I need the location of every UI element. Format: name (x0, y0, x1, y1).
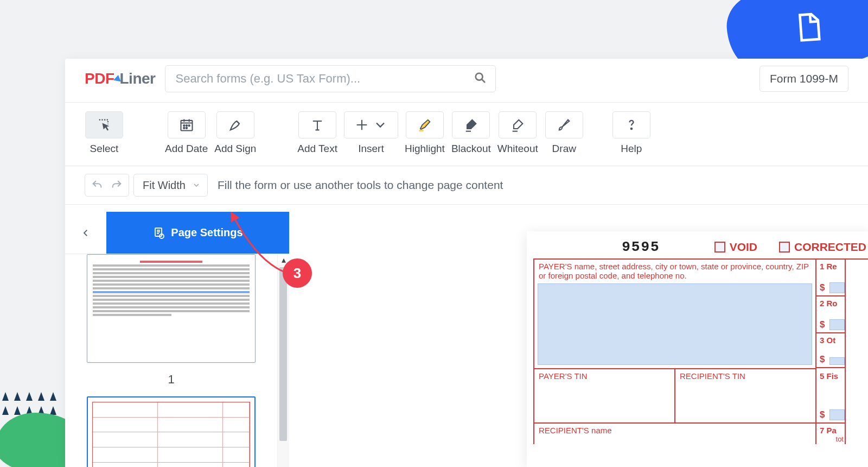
add-sign-label: Add Sign (214, 143, 256, 155)
svg-point-5 (183, 128, 184, 129)
scroll-track[interactable] (278, 265, 289, 467)
add-text-button[interactable] (298, 111, 336, 138)
whiteout-button[interactable] (499, 111, 537, 138)
mini-form-preview (92, 402, 250, 467)
form-grid: PAYER'S name, street address, city or to… (533, 258, 868, 444)
form-header-row: 9595 VOID CORRECTED (533, 239, 868, 258)
box-5-label: 5 Fis (820, 371, 838, 381)
undo-redo-group (85, 174, 124, 197)
box-2-label: 2 Ro (820, 299, 838, 308)
add-text-label: Add Text (297, 143, 337, 155)
svg-point-7 (631, 128, 632, 129)
search-input[interactable] (165, 65, 496, 92)
add-date-button[interactable] (168, 111, 206, 138)
plus-icon (354, 117, 369, 132)
box-1-label: 1 Re (820, 262, 837, 271)
recipient-tin-label: RECIPIENT'S TIN (680, 371, 745, 381)
workspace: Page Settings 1 (65, 212, 868, 467)
brush-dark-icon (463, 117, 478, 132)
scroll-up-icon[interactable]: ▴ (278, 254, 289, 265)
page-settings-button[interactable]: Page Settings (106, 212, 289, 254)
svg-point-6 (186, 128, 187, 129)
document-canvas: 9595 VOID CORRECTED PAYER'S name, street (289, 212, 868, 467)
box-5-field[interactable] (829, 409, 845, 420)
svg-point-3 (186, 125, 187, 126)
add-sign-button[interactable] (216, 111, 254, 138)
tool-blackout: Blackout (451, 111, 491, 155)
void-checkbox[interactable] (714, 242, 725, 253)
toolbar-hint: Fill the form or use another tools to ch… (218, 179, 503, 192)
box-3-label: 3 Ot (820, 336, 835, 345)
whiteout-label: Whiteout (497, 143, 538, 155)
box-7-label: 7 Pa (820, 426, 837, 435)
highlight-button[interactable] (406, 111, 444, 138)
select-label: Select (90, 143, 119, 155)
dollar-sign: $ (820, 319, 825, 330)
chevron-left-icon (81, 228, 91, 238)
corrected-checkbox-group: CORRECTED (779, 241, 866, 254)
document-inner: 9595 VOID CORRECTED PAYER'S name, street (533, 239, 868, 467)
page-settings-icon (152, 226, 165, 239)
zoom-value: Fit Width (143, 179, 186, 192)
right-column-3: 7 Pa tot (816, 424, 846, 444)
sidebar-scrollbar[interactable]: ▴ (277, 254, 289, 467)
highlighter-icon (417, 117, 432, 132)
box-3-cell: 3 Ot $ (816, 333, 845, 368)
scroll-thumb[interactable] (279, 267, 287, 441)
recipient-name-cell: RECIPIENT'S name (534, 424, 816, 444)
thumbnail-list: 1 (65, 254, 277, 467)
tool-add-date: Add Date (165, 111, 208, 155)
pen-icon (228, 117, 243, 132)
decorative-trees (2, 392, 67, 415)
tool-insert: Insert (344, 111, 398, 155)
sidebar-body: 1 ▴ (65, 254, 289, 467)
zoom-dropdown[interactable]: Fit Width (133, 174, 208, 197)
insert-label: Insert (358, 143, 384, 155)
tool-draw: Draw (545, 111, 584, 155)
box-1-cell: 1 Re $ (816, 260, 845, 296)
chevron-down-icon (192, 181, 201, 190)
main-toolbar: Select Add Date Add Sign Add Text (65, 103, 868, 166)
help-button[interactable] (612, 111, 650, 138)
paintbrush-icon (557, 117, 572, 132)
tool-help: Help (612, 111, 651, 155)
brush-light-icon (510, 117, 525, 132)
payer-info-label: PAYER'S name, street address, city or to… (539, 262, 809, 280)
pdf-glyph-icon (792, 11, 825, 43)
insert-button[interactable] (344, 111, 398, 138)
page-thumbnail-1[interactable] (87, 254, 256, 363)
void-checkbox-group: VOID (714, 241, 757, 254)
select-button[interactable] (85, 111, 123, 138)
tool-whiteout: Whiteout (497, 111, 538, 155)
dollar-sign: $ (820, 354, 825, 365)
form-code: 9595 (622, 239, 660, 255)
help-label: Help (621, 143, 642, 155)
search-icon[interactable] (474, 72, 486, 86)
logo-text-liner: Liner (120, 70, 156, 87)
box-2-field[interactable] (829, 319, 845, 330)
svg-point-2 (183, 125, 184, 126)
chevron-down-icon (373, 117, 388, 132)
right-column-1: 1 Re $ 2 Ro $ 3 Ot $ (816, 260, 846, 369)
question-icon (624, 117, 639, 132)
recipient-tin-cell: RECIPIENT'S TIN (675, 369, 816, 424)
corrected-checkbox[interactable] (779, 242, 790, 253)
document-title-field[interactable]: Form 1099-M (760, 66, 848, 92)
redo-button[interactable] (104, 174, 129, 197)
draw-button[interactable] (545, 111, 583, 138)
svg-point-4 (188, 125, 189, 126)
text-icon (310, 117, 325, 132)
document-page[interactable]: 9595 VOID CORRECTED PAYER'S name, street (527, 231, 868, 467)
box-3-field[interactable] (829, 357, 845, 365)
page-thumbnail-2[interactable] (87, 396, 256, 467)
payer-info-field[interactable] (538, 283, 812, 365)
highlight-label: Highlight (405, 143, 445, 155)
dollar-sign: $ (820, 282, 825, 293)
sidebar-back-button[interactable] (65, 212, 106, 254)
blackout-label: Blackout (451, 143, 491, 155)
app-logo: PDFLiner (85, 70, 155, 87)
blackout-button[interactable] (452, 111, 490, 138)
payer-tin-cell: PAYER'S TIN (534, 369, 675, 424)
box-1-field[interactable] (829, 282, 845, 293)
tool-add-text: Add Text (297, 111, 337, 155)
